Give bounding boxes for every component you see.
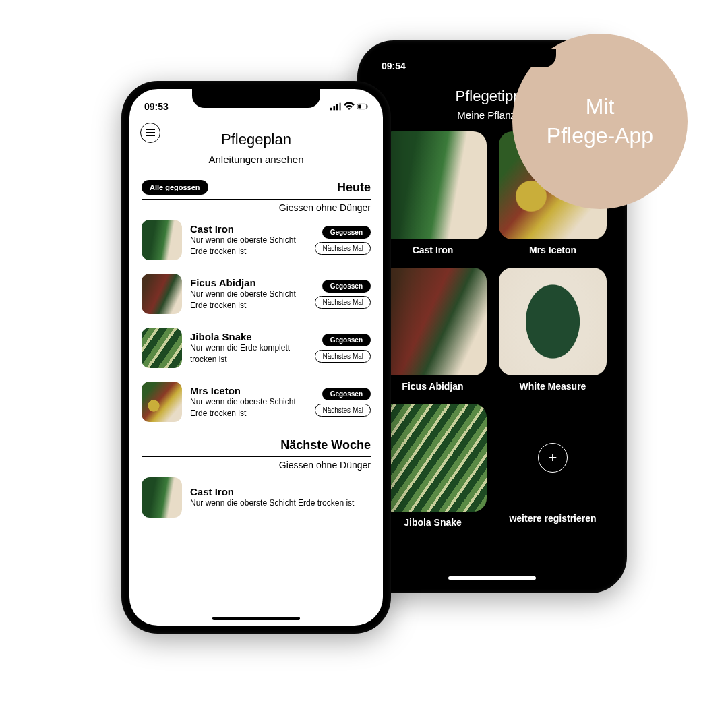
plant-name: Ficus Abidjan — [190, 277, 307, 289]
watered-button[interactable]: Gegossen — [322, 226, 371, 239]
section-title: Heute — [337, 181, 371, 195]
wifi-icon — [344, 102, 355, 111]
divider — [142, 456, 371, 457]
badge-line2: Pflege-App — [547, 123, 653, 148]
svg-rect-2 — [336, 104, 338, 110]
home-indicator[interactable] — [448, 576, 536, 580]
plant-thumb — [379, 268, 487, 375]
plant-card-cast-iron[interactable]: Cast Iron — [379, 131, 487, 255]
plant-desc: Nur wenn die oberste Schicht Erde trocke… — [190, 289, 307, 310]
next-time-button[interactable]: Nächstes Mal — [315, 350, 371, 363]
plant-thumb — [142, 274, 182, 314]
plant-card-ficus-abidjan[interactable]: Ficus Abidjan — [379, 268, 487, 392]
all-watered-button[interactable]: Alle gegossen — [142, 180, 208, 195]
next-time-button[interactable]: Nächstes Mal — [315, 242, 371, 255]
plant-name: Jibola Snake — [190, 331, 307, 342]
screen-title: Pflegeplan — [129, 131, 383, 148]
signal-icon — [330, 102, 341, 111]
plant-label: Cast Iron — [379, 245, 487, 255]
battery-icon — [357, 102, 368, 111]
plant-thumb — [379, 404, 487, 512]
section-next-week: Nächste Woche Giessen ohne Dünger — [129, 438, 383, 471]
plant-thumb — [142, 382, 182, 422]
plant-thumb — [499, 268, 607, 375]
plant-thumb — [142, 328, 182, 368]
add-icon: + — [538, 443, 568, 473]
section-subtitle: Giessen ohne Dünger — [142, 460, 371, 471]
watered-button[interactable]: Gegossen — [322, 334, 371, 346]
plant-desc: Nur wenn die oberste Schicht Erde trocke… — [190, 235, 307, 256]
plant-label: Mrs Iceton — [499, 245, 607, 255]
plant-label: White Measure — [499, 381, 607, 392]
plant-desc: Nur wenn die oberste Schicht Erde trocke… — [190, 497, 371, 508]
plant-row-mrs-iceton: Mrs Iceton Nur wenn die oberste Schicht … — [129, 375, 383, 429]
next-time-button[interactable]: Nächstes Mal — [315, 404, 371, 417]
plant-name: Mrs Iceton — [190, 385, 307, 396]
plant-card-register-more[interactable]: + weitere registrieren — [499, 404, 607, 528]
phone-notch — [428, 49, 556, 67]
plant-row-jibola-snake: Jibola Snake Nur wenn die Erde komplett … — [129, 321, 383, 375]
plant-label: weitere registrieren — [499, 513, 607, 524]
menu-button[interactable] — [140, 123, 160, 143]
svg-rect-5 — [358, 105, 361, 109]
plant-name: Cast Iron — [190, 223, 307, 235]
plant-label: Ficus Abidjan — [379, 381, 487, 392]
watered-button[interactable]: Gegossen — [322, 280, 371, 293]
svg-rect-1 — [333, 106, 335, 110]
phone-notch — [192, 89, 320, 108]
plant-thumb — [142, 220, 182, 260]
section-today: Alle gegossen Heute Giessen ohne Dünger — [129, 180, 383, 213]
plant-thumb — [142, 477, 182, 518]
plant-label: Jibola Snake — [379, 517, 487, 528]
instructions-link[interactable]: Anleitungen ansehen — [129, 154, 383, 165]
plant-name: Cast Iron — [190, 486, 371, 497]
section-subtitle: Giessen ohne Dünger — [142, 202, 371, 213]
badge-line1: Mit — [586, 94, 615, 119]
plant-desc: Nur wenn die Erde komplett trocken ist — [190, 342, 307, 364]
section-title: Nächste Woche — [280, 438, 371, 452]
plant-row-ficus-abidjan: Ficus Abidjan Nur wenn die oberste Schic… — [129, 267, 383, 321]
divider — [142, 199, 371, 200]
home-indicator[interactable] — [212, 617, 300, 620]
plant-desc: Nur wenn die oberste Schicht Erde trocke… — [190, 396, 307, 418]
status-time: 09:53 — [144, 101, 169, 112]
plant-row-cast-iron-next: Cast Iron Nur wenn die oberste Schicht E… — [129, 471, 383, 524]
svg-rect-6 — [367, 105, 367, 108]
phone-plan: 09:53 Pflegeplan Anleitungen ansehen All… — [121, 81, 391, 634]
plant-card-jibola-snake[interactable]: Jibola Snake — [379, 404, 487, 528]
watered-button[interactable]: Gegossen — [322, 388, 371, 400]
plant-row-cast-iron: Cast Iron Nur wenn die oberste Schicht E… — [129, 213, 383, 267]
status-indicators — [330, 102, 368, 111]
plant-card-white-measure[interactable]: White Measure — [499, 268, 607, 392]
next-time-button[interactable]: Nächstes Mal — [315, 296, 371, 309]
status-time: 09:54 — [382, 61, 406, 71]
svg-rect-3 — [339, 103, 341, 111]
plant-thumb — [379, 131, 487, 239]
svg-rect-0 — [330, 108, 332, 111]
